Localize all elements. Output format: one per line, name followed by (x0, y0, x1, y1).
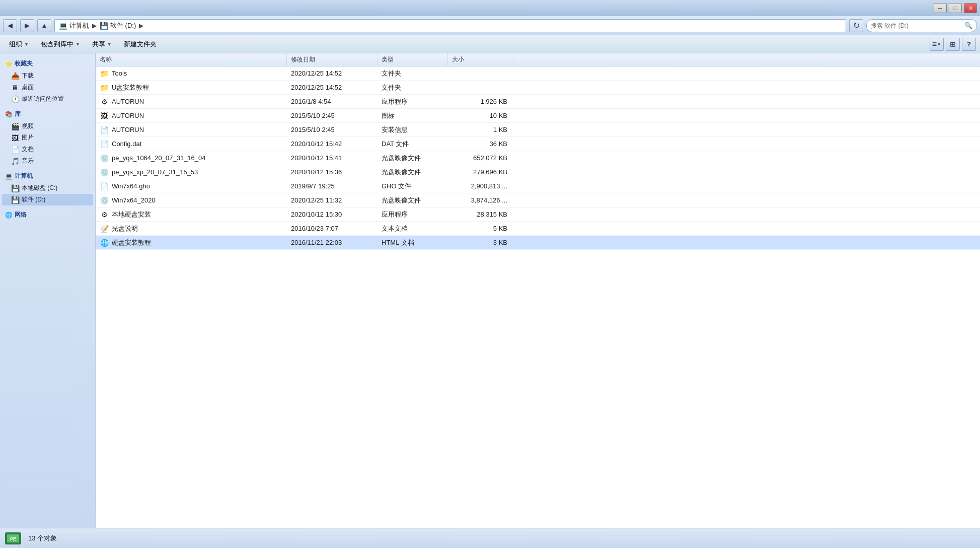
col-header-size[interactable]: 大小 (448, 53, 513, 66)
toolbar: 组织 ▼ 包含到库中 ▼ 共享 ▼ 新建文件夹 ≡ ▼ ⊞ ? (0, 35, 980, 53)
file-date: 2020/10/12 15:42 (291, 140, 342, 148)
close-button[interactable]: ✕ (964, 3, 977, 13)
file-size-cell: 279,696 KB (448, 168, 513, 176)
sidebar-group-network-header[interactable]: 🌐 网络 (2, 209, 93, 221)
table-row[interactable]: 📄 Config.dat 2020/10/12 15:42 DAT 文件 36 … (96, 137, 980, 151)
table-row[interactable]: 📁 Tools 2020/12/25 14:52 文件夹 (96, 66, 980, 81)
file-name: AUTORUN (112, 112, 144, 119)
back-button[interactable]: ◀ (3, 19, 17, 32)
sidebar-group-computer: 💻 计算机 💾 本地磁盘 (C:) 💾 软件 (D:) (2, 170, 93, 206)
help-button[interactable]: ? (962, 38, 976, 51)
table-row[interactable]: 💿 pe_yqs_1064_20_07_31_16_04 2020/10/12 … (96, 151, 980, 165)
file-size-cell: 652,072 KB (448, 154, 513, 162)
table-row[interactable]: 📁 U盘安装教程 2020/12/25 14:52 文件夹 (96, 81, 980, 95)
file-date-cell: 2019/9/7 19:25 (287, 182, 378, 190)
breadcrumb[interactable]: 💻 计算机 ▶ 💾 软件 (D:) ▶ (54, 19, 846, 32)
file-type-cell: 文本文档 (378, 224, 448, 233)
file-size: 652,072 KB (473, 154, 507, 162)
view-toggle-button[interactable]: ≡ ▼ (930, 38, 944, 51)
file-type: 图标 (382, 112, 395, 119)
new-folder-button[interactable]: 新建文件夹 (119, 37, 162, 51)
file-date: 2015/5/10 2:45 (291, 112, 335, 119)
up-button[interactable]: ▲ (37, 19, 51, 32)
file-type-cell: HTML 文档 (378, 238, 448, 247)
search-icon: 🔍 (964, 22, 972, 29)
breadcrumb-part1[interactable]: 计算机 (69, 21, 89, 30)
file-size: 3 KB (493, 239, 507, 246)
svg-text:PE: PE (10, 536, 16, 541)
table-row[interactable]: ⚙ 本地硬盘安装 2020/10/12 15:30 应用程序 28,315 KB (96, 208, 980, 222)
drive-d-icon: 💾 (11, 196, 19, 204)
library-icon: 📚 (5, 111, 13, 118)
share-dropdown-icon: ▼ (107, 42, 112, 47)
refresh-icon: ↻ (853, 21, 860, 30)
sidebar-item-music[interactable]: 🎵 音乐 (2, 155, 93, 167)
preview-pane-button[interactable]: ⊞ (946, 38, 960, 51)
file-name-cell: 📄 Config.dat (96, 140, 287, 149)
sidebar-item-recent[interactable]: 🕐 最近访问的位置 (2, 93, 93, 105)
file-name-cell: 💿 pe_yqs_xp_20_07_31_15_53 (96, 168, 287, 177)
documents-icon: 📄 (11, 146, 19, 154)
file-name: AUTORUN (112, 98, 144, 105)
sidebar-item-video[interactable]: 🎬 视频 (2, 120, 93, 132)
computer-group-icon: 💻 (5, 173, 13, 180)
table-row[interactable]: 💿 pe_yqs_xp_20_07_31_15_53 2020/10/12 15… (96, 165, 980, 179)
file-name-cell: 💿 Win7x64_2020 (96, 196, 287, 205)
file-size: 10 KB (490, 112, 507, 119)
include-library-button[interactable]: 包含到库中 ▼ (36, 37, 85, 51)
sidebar-item-drive-d[interactable]: 💾 软件 (D:) (2, 194, 93, 206)
file-date-cell: 2020/12/25 14:52 (287, 70, 378, 77)
col-header-name[interactable]: 名称 (96, 53, 287, 66)
share-button[interactable]: 共享 ▼ (87, 37, 117, 51)
table-row[interactable]: 💿 Win7x64_2020 2020/12/25 11:32 光盘映像文件 3… (96, 193, 980, 208)
file-date-cell: 2015/5/10 2:45 (287, 112, 378, 119)
search-input[interactable] (871, 22, 962, 29)
table-row[interactable]: 📄 AUTORUN 2015/5/10 2:45 安装信息 1 KB (96, 123, 980, 137)
sidebar-item-desktop[interactable]: 🖥 桌面 (2, 82, 93, 93)
file-icon: 💿 (100, 168, 109, 177)
sidebar-item-drive-c[interactable]: 💾 本地磁盘 (C:) (2, 182, 93, 194)
col-header-type[interactable]: 类型 (378, 53, 448, 66)
file-type-cell: 文件夹 (378, 69, 448, 78)
sidebar-item-downloads[interactable]: 📥 下载 (2, 70, 93, 82)
column-headers: 名称 修改日期 类型 大小 (96, 53, 980, 66)
video-icon: 🎬 (11, 122, 19, 130)
file-name-cell: 🌐 硬盘安装教程 (96, 238, 287, 247)
table-row[interactable]: 📝 光盘说明 2016/10/23 7:07 文本文档 5 KB (96, 222, 980, 236)
sidebar-item-documents[interactable]: 📄 文档 (2, 144, 93, 155)
file-name: U盘安装教程 (112, 83, 149, 92)
table-row[interactable]: 🌐 硬盘安装教程 2016/11/21 22:03 HTML 文档 3 KB (96, 236, 980, 250)
include-dropdown-icon: ▼ (76, 42, 80, 47)
file-size-cell: 3 KB (448, 239, 513, 246)
file-size-cell: 3,874,126 ... (448, 196, 513, 204)
refresh-button[interactable]: ↻ (849, 19, 863, 32)
file-icon: ⚙ (100, 210, 109, 219)
sidebar-group-library-header[interactable]: 📚 库 (2, 108, 93, 120)
sidebar-group-computer-header[interactable]: 💻 计算机 (2, 170, 93, 182)
breadcrumb-part2[interactable]: 软件 (D:) (110, 21, 136, 30)
maximize-button[interactable]: □ (949, 3, 962, 13)
recent-icon: 🕐 (11, 95, 19, 103)
file-type: DAT 文件 (382, 140, 409, 148)
file-size: 36 KB (490, 140, 507, 148)
file-type-cell: 安装信息 (378, 125, 448, 134)
sidebar-item-pictures[interactable]: 🖼 图片 (2, 132, 93, 144)
file-date: 2015/5/10 2:45 (291, 126, 335, 133)
search-box[interactable]: 🔍 (866, 19, 977, 32)
table-row[interactable]: 📄 Win7x64.gho 2019/9/7 19:25 GHO 文件 2,90… (96, 179, 980, 193)
file-icon: ⚙ (100, 97, 109, 106)
forward-button[interactable]: ▶ (20, 19, 34, 32)
file-name-cell: 📄 Win7x64.gho (96, 182, 287, 191)
minimize-button[interactable]: ─ (934, 3, 947, 13)
col-header-date[interactable]: 修改日期 (287, 53, 378, 66)
file-name: 硬盘安装教程 (112, 238, 151, 247)
table-row[interactable]: ⚙ AUTORUN 2016/1/8 4:54 应用程序 1,926 KB (96, 95, 980, 109)
file-type: 文本文档 (382, 225, 408, 232)
file-date: 2016/1/8 4:54 (291, 98, 331, 105)
file-icon: 📄 (100, 140, 109, 149)
file-name-cell: 📁 U盘安装教程 (96, 83, 287, 92)
table-row[interactable]: 🖼 AUTORUN 2015/5/10 2:45 图标 10 KB (96, 109, 980, 123)
organize-button[interactable]: 组织 ▼ (4, 37, 34, 51)
sidebar-group-favorites-header[interactable]: ⭐ 收藏夹 (2, 57, 93, 70)
file-size: 3,874,126 ... (471, 196, 507, 204)
